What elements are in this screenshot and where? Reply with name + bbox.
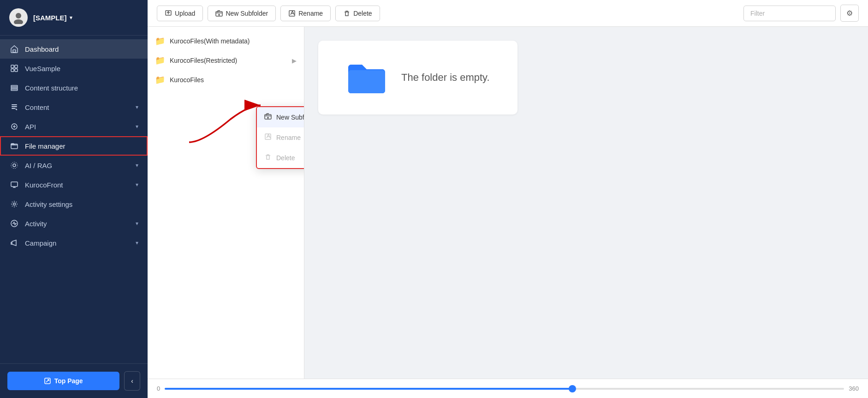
- upload-label: Upload: [175, 10, 195, 17]
- file-item-2[interactable]: 📁 KurocoFiles: [148, 70, 304, 90]
- chevron-down-icon: ▾: [136, 220, 138, 227]
- delete-cm-icon: [264, 153, 272, 163]
- sidebar-item-vue-sample[interactable]: VueSample: [0, 59, 148, 78]
- org-name: [SAMPLE]: [33, 14, 67, 22]
- activity-icon: [9, 219, 19, 228]
- chevron-down-icon: ▾: [136, 181, 138, 188]
- monitor-icon: [9, 181, 19, 189]
- sidebar-item-file-manager[interactable]: File manager: [0, 136, 148, 156]
- svg-rect-8: [11, 87, 18, 89]
- svg-rect-5: [11, 69, 14, 72]
- sidebar-footer: Top Page ‹: [0, 363, 148, 398]
- sidebar-item-activity-settings[interactable]: Activity settings: [0, 194, 148, 214]
- chevron-right-icon: ▶: [292, 57, 297, 64]
- sidebar-item-activity[interactable]: Activity ▾: [0, 214, 148, 233]
- slider-min-label: 0: [157, 385, 160, 392]
- org-chevron-icon: ▾: [70, 15, 72, 21]
- main-area: Upload New Subfolder Rename Delete ⚙ 📁 K…: [148, 0, 868, 398]
- org-selector[interactable]: [SAMPLE] ▾: [33, 14, 72, 22]
- svg-rect-11: [12, 106, 17, 107]
- empty-folder-icon: [346, 59, 387, 96]
- sidebar-item-label: Activity settings: [25, 200, 138, 208]
- api-icon: [9, 122, 19, 131]
- slider-track[interactable]: [165, 388, 844, 390]
- ai-icon: [9, 161, 19, 169]
- sidebar-item-label: KurocoFront: [25, 181, 136, 189]
- file-tree: 📁 KurocoFiles(With metadata) 📁 KurocoFil…: [148, 27, 304, 379]
- context-menu-item-label: Rename: [276, 134, 301, 141]
- sidebar: [SAMPLE] ▾ Dashboard VueSample Content s…: [0, 0, 148, 398]
- sidebar-item-label: AI / RAG: [25, 162, 136, 169]
- sidebar-item-label: Campaign: [25, 239, 136, 247]
- sidebar-item-label: VueSample: [25, 65, 138, 72]
- slider-thumb[interactable]: [569, 385, 576, 392]
- svg-point-18: [13, 203, 16, 205]
- svg-rect-4: [15, 65, 18, 68]
- sidebar-header: [SAMPLE] ▾: [0, 0, 148, 36]
- rename-label: Rename: [298, 10, 323, 17]
- filter-input[interactable]: [743, 6, 836, 21]
- sidebar-item-label: Content structure: [25, 84, 138, 92]
- upload-button[interactable]: Upload: [157, 6, 203, 21]
- gear-icon: ⚙: [846, 9, 853, 17]
- sidebar-nav: Dashboard VueSample Content structure Co…: [0, 36, 148, 363]
- delete-button[interactable]: Delete: [335, 6, 380, 21]
- sidebar-item-label: Activity: [25, 220, 136, 228]
- sidebar-item-ai-rag[interactable]: AI / RAG ▾: [0, 156, 148, 175]
- settings-icon: [9, 200, 19, 208]
- new-subfolder-cm-icon: [264, 113, 272, 122]
- svg-point-15: [13, 164, 16, 167]
- slider-fill: [165, 388, 572, 390]
- context-menu-rename[interactable]: Rename: [257, 127, 304, 148]
- top-page-label: Top Page: [54, 377, 83, 385]
- chevron-down-icon: ▾: [136, 123, 138, 130]
- file-name: KurocoFiles(Restricted): [170, 57, 292, 64]
- file-item-0[interactable]: 📁 KurocoFiles(With metadata): [148, 31, 304, 51]
- slider-max-label: 360: [849, 385, 859, 392]
- collapse-sidebar-button[interactable]: ‹: [124, 371, 140, 391]
- file-name: KurocoFiles(With metadata): [170, 37, 297, 45]
- file-manager-icon: [9, 142, 19, 150]
- svg-rect-12: [12, 108, 15, 109]
- top-page-button[interactable]: Top Page: [7, 372, 119, 390]
- file-item-1[interactable]: 📁 KurocoFiles(Restricted) ▶: [148, 51, 304, 70]
- sidebar-item-kuroco-front[interactable]: KurocoFront ▾: [0, 175, 148, 194]
- svg-rect-7: [11, 85, 18, 87]
- rename-cm-icon: [264, 133, 272, 142]
- context-menu-delete[interactable]: Delete: [257, 148, 304, 168]
- chevron-down-icon: ▾: [136, 162, 138, 169]
- context-menu-new-subfolder[interactable]: New Subfolder: [257, 107, 304, 127]
- file-name: KurocoFiles: [170, 76, 297, 84]
- svg-rect-9: [11, 89, 18, 90]
- settings-button[interactable]: ⚙: [840, 5, 859, 22]
- avatar: [9, 8, 28, 27]
- svg-rect-3: [11, 65, 14, 68]
- sidebar-item-dashboard[interactable]: Dashboard: [0, 39, 148, 59]
- rename-button[interactable]: Rename: [280, 6, 331, 21]
- sidebar-item-label: File manager: [25, 142, 138, 150]
- bottom-bar: 0 360: [148, 379, 868, 398]
- context-menu: New Subfolder Rename Delete: [256, 106, 304, 169]
- sidebar-item-api[interactable]: API ▾: [0, 117, 148, 136]
- svg-point-16: [11, 162, 18, 169]
- folder-icon: 📁: [155, 75, 165, 85]
- edit-icon: [9, 103, 19, 111]
- chevron-down-icon: ▾: [136, 104, 138, 110]
- sidebar-item-label: Dashboard: [25, 45, 138, 53]
- context-menu-item-label: Delete: [276, 154, 295, 162]
- folder-icon: 📁: [155, 55, 165, 66]
- sidebar-item-content-structure[interactable]: Content structure: [0, 78, 148, 97]
- sidebar-item-content[interactable]: Content ▾: [0, 97, 148, 117]
- toolbar: Upload New Subfolder Rename Delete ⚙: [148, 0, 868, 27]
- new-subfolder-button[interactable]: New Subfolder: [208, 6, 276, 21]
- sidebar-item-campaign[interactable]: Campaign ▾: [0, 233, 148, 253]
- folder-icon: 📁: [155, 36, 165, 46]
- svg-rect-6: [15, 69, 18, 72]
- campaign-icon: [9, 239, 19, 247]
- svg-point-0: [16, 13, 21, 18]
- new-subfolder-label: New Subfolder: [226, 10, 268, 17]
- layers-icon: [9, 84, 19, 92]
- svg-rect-2: [13, 50, 16, 52]
- svg-rect-10: [12, 104, 17, 105]
- context-menu-item-label: New Subfolder: [276, 114, 304, 121]
